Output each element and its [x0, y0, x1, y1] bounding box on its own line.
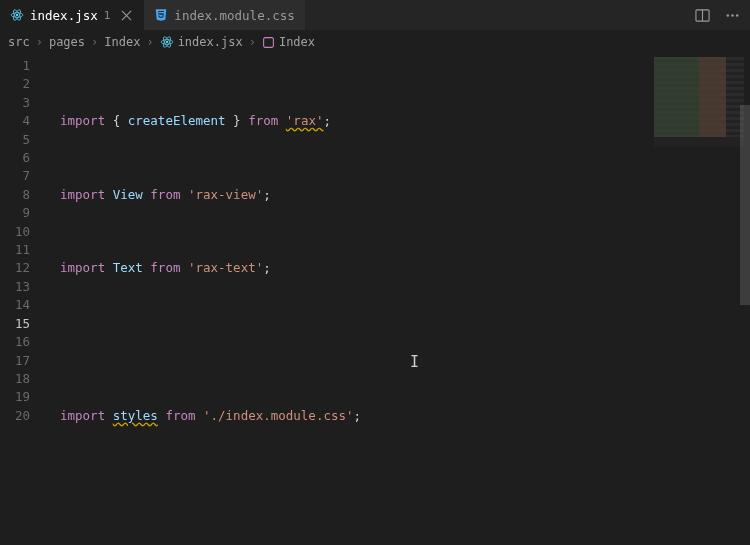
- tab-bar: index.jsx 1 index.module.css: [0, 0, 750, 31]
- code-line: import { createElement } from 'rax';: [48, 112, 750, 130]
- tab-label: index.module.css: [174, 8, 294, 23]
- breadcrumb[interactable]: src › pages › Index › index.jsx › Index: [0, 31, 750, 53]
- code-content[interactable]: import { createElement } from 'rax'; imp…: [48, 53, 750, 545]
- svg-point-7: [731, 14, 733, 16]
- svg-point-6: [726, 14, 728, 16]
- code-line: import View from 'rax-view';: [48, 186, 750, 204]
- symbol-method-icon: [262, 36, 275, 49]
- editor[interactable]: 1234567891011121314151617181920 import {…: [0, 53, 750, 545]
- code-line: import Text from 'rax-text';: [48, 259, 750, 277]
- breadcrumb-item[interactable]: pages: [49, 35, 85, 49]
- css-icon: [154, 8, 168, 22]
- chevron-right-icon: ›: [91, 35, 98, 49]
- svg-point-8: [735, 14, 737, 16]
- line-gutter: 1234567891011121314151617181920: [0, 53, 48, 545]
- tab-index-jsx[interactable]: index.jsx 1: [0, 0, 144, 30]
- code-line: [48, 333, 750, 351]
- svg-point-0: [16, 14, 18, 16]
- tab-label: index.jsx: [30, 8, 98, 23]
- code-line: import styles from './index.module.css';: [48, 407, 750, 425]
- breadcrumb-item[interactable]: Index: [279, 35, 315, 49]
- chevron-right-icon: ›: [249, 35, 256, 49]
- tab-index-module-css[interactable]: index.module.css: [144, 0, 304, 30]
- text-cursor-icon: I: [410, 353, 419, 371]
- tab-actions: [694, 8, 750, 23]
- svg-point-9: [165, 41, 167, 43]
- chevron-right-icon: ›: [36, 35, 43, 49]
- split-editor-icon[interactable]: [694, 8, 710, 23]
- scrollbar-thumb[interactable]: [740, 105, 750, 305]
- minimap[interactable]: [654, 57, 744, 137]
- more-icon[interactable]: [724, 8, 740, 23]
- breadcrumb-item[interactable]: src: [8, 35, 30, 49]
- react-icon: [160, 35, 174, 49]
- svg-rect-13: [264, 37, 274, 47]
- react-icon: [10, 8, 24, 22]
- code-line: [48, 480, 750, 498]
- breadcrumb-item[interactable]: Index: [104, 35, 140, 49]
- chevron-right-icon: ›: [146, 35, 153, 49]
- tab-dirty-indicator: 1: [104, 9, 111, 22]
- close-icon[interactable]: [118, 7, 134, 23]
- breadcrumb-item[interactable]: index.jsx: [178, 35, 243, 49]
